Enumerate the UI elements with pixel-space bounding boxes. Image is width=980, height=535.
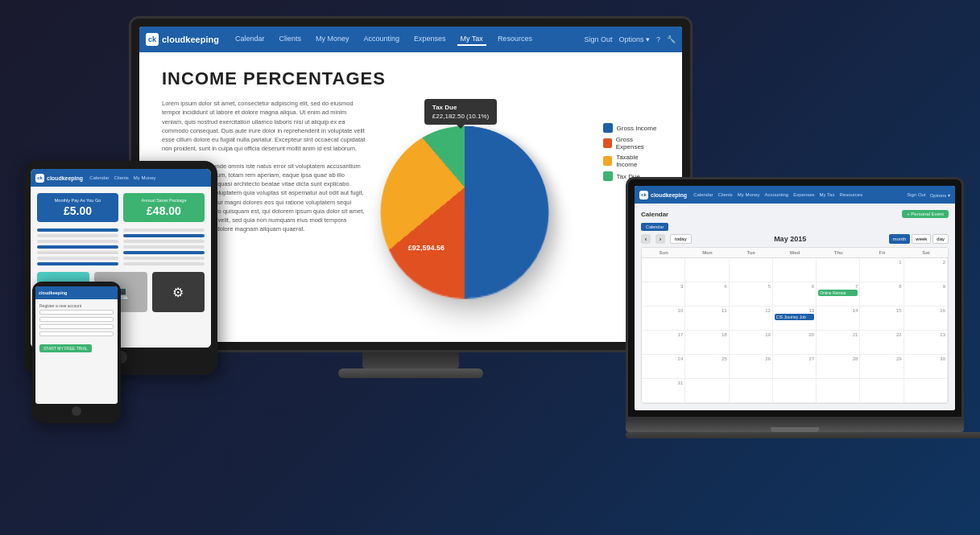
view-week-button[interactable]: week <box>912 234 931 244</box>
calendar-filter[interactable]: Calendar <box>641 223 668 231</box>
calendar-cell[interactable] <box>642 258 685 282</box>
view-day-button[interactable]: day <box>932 234 949 244</box>
nav-item-clients[interactable]: Clients <box>275 33 304 46</box>
chart-label-gross: £103,076.56 <box>547 147 587 155</box>
tooltip-value: £22,182.50 (10.1%) <box>432 113 489 120</box>
calendar-month-label: May 2015 <box>697 235 884 243</box>
legend-dot-taxdue <box>603 171 613 181</box>
calendar-cell[interactable]: 20 <box>773 331 817 355</box>
calendar-event[interactable]: Online Retreat <box>818 290 858 296</box>
calendar-cell[interactable]: 4 <box>685 282 729 307</box>
laptop-nav-accounting[interactable]: Accounting <box>765 192 789 197</box>
calendar-cell[interactable]: 11 <box>685 307 729 331</box>
calendar-cell[interactable] <box>860 379 904 403</box>
laptop-nav-mytax[interactable]: My Tax <box>820 192 835 197</box>
calendar-cell[interactable]: 2 <box>904 258 948 282</box>
nav-settings-icon[interactable]: 🔧 <box>667 35 676 43</box>
calendar-cell[interactable]: 8 <box>860 282 904 307</box>
chart-column: Tax Due £22,182.50 (10.1%) £103,076.56 £… <box>384 99 660 276</box>
nav-item-accounting[interactable]: Accounting <box>360 33 403 46</box>
legend-label-1: Gross Expenses <box>616 136 660 150</box>
calendar-cell[interactable] <box>817 258 860 282</box>
nav-item-mymoney[interactable]: My Money <box>312 33 353 46</box>
calendar-cell[interactable]: 17 <box>642 331 685 355</box>
calendar-event[interactable]: CIS Journey Job <box>775 314 814 320</box>
nav-help-icon[interactable]: ? <box>656 35 660 43</box>
calendar-cell[interactable]: 18 <box>685 331 729 355</box>
calendar-cell[interactable] <box>773 379 817 403</box>
calendar-cell[interactable]: 10 <box>642 307 685 331</box>
calendar-cell[interactable]: 19 <box>730 331 773 355</box>
tablet-list-col1 <box>37 228 118 265</box>
calendar-cell[interactable]: 22 <box>860 331 904 355</box>
view-month-button[interactable]: month <box>889 234 911 244</box>
calendar-cell[interactable] <box>730 258 773 282</box>
tablet-nav-clients[interactable]: Clients <box>114 175 128 180</box>
calendar-cell[interactable]: 7Online Retreat <box>817 282 860 307</box>
calendar-next-button[interactable]: › <box>655 234 665 244</box>
calendar-cell[interactable]: 13CIS Journey Job <box>773 307 817 331</box>
tablet-list <box>37 228 205 265</box>
tablet-nav-mymoney[interactable]: My Money <box>134 175 156 180</box>
laptop-nav-expenses[interactable]: Expenses <box>793 192 814 197</box>
calendar-cell[interactable]: 5 <box>730 282 773 307</box>
calendar-cell[interactable]: 28 <box>817 355 860 379</box>
nav-item-resources[interactable]: Resources <box>494 33 535 46</box>
tablet-nav: ck cloudkeeping Calendar Clients My Mone… <box>31 169 211 187</box>
calendar-cell[interactable]: 23 <box>904 331 948 355</box>
laptop-signout[interactable]: Sign Out <box>907 192 925 197</box>
calendar-cell[interactable]: 24 <box>642 355 685 379</box>
laptop-nav-clients[interactable]: Clients <box>717 192 732 197</box>
calendar-cell[interactable] <box>685 258 729 282</box>
calendar-view-buttons: month week day <box>889 234 949 244</box>
laptop-nav-calendar[interactable]: Calendar <box>693 192 713 197</box>
calendar-cell[interactable]: 6 <box>773 282 817 307</box>
calendar-cell[interactable]: 1 <box>860 258 904 282</box>
add-event-button[interactable]: + Personal Event <box>902 210 949 218</box>
nav-item-mytax[interactable]: My Tax <box>457 33 486 46</box>
calendar-cell[interactable]: 15 <box>860 307 904 331</box>
list-item <box>37 251 118 254</box>
calendar-cell[interactable] <box>685 379 729 403</box>
calendar-cell[interactable]: 3 <box>642 282 685 307</box>
phone-input-1[interactable] <box>39 310 114 315</box>
calendar-cell[interactable]: 29 <box>860 355 904 379</box>
calendar-cell[interactable]: 25 <box>685 355 729 379</box>
laptop-nav-mymoney[interactable]: My Money <box>738 192 760 197</box>
nav-item-expenses[interactable]: Expenses <box>411 33 449 46</box>
calendar-cell[interactable] <box>817 379 860 403</box>
calendar-cell[interactable]: 21 <box>817 331 860 355</box>
phone-input-3[interactable] <box>39 324 114 329</box>
nav-item-calendar[interactable]: Calendar <box>232 33 268 46</box>
laptop-nav-resources[interactable]: Resources <box>839 192 862 197</box>
calendar-cell[interactable]: 14 <box>817 307 860 331</box>
calendar-cell[interactable]: 12 <box>730 307 773 331</box>
phone-home-button[interactable] <box>72 406 81 416</box>
calendar-cell[interactable]: 31 <box>642 379 685 403</box>
calendar-cell[interactable]: 27 <box>773 355 817 379</box>
calendar-cell[interactable]: 26 <box>730 355 773 379</box>
phone-device: cloudkeeping Register a new account STAR… <box>32 282 121 423</box>
phone-cta-button[interactable]: START MY FREE TRIAL <box>39 344 92 352</box>
day-header-mon: Mon <box>685 248 729 257</box>
calendar-cell[interactable] <box>904 379 948 403</box>
calendar-cell[interactable]: 16 <box>904 307 948 331</box>
calendar-prev-button[interactable]: ‹ <box>641 234 651 244</box>
nav-signout[interactable]: Sign Out <box>584 35 612 43</box>
paragraph1: Lorem ipsum dolor sit amet, consectetur … <box>162 99 368 154</box>
day-header-sat: Sat <box>904 248 948 257</box>
laptop-options[interactable]: Options ▾ <box>930 192 950 198</box>
monitor-nav: ck cloudkeeping Calendar Clients My Mone… <box>139 27 682 52</box>
today-button[interactable]: today <box>670 234 692 244</box>
nav-options[interactable]: Options ▾ <box>618 35 650 43</box>
phone-input-2[interactable] <box>39 317 114 322</box>
tablet-nav-calendar[interactable]: Calendar <box>89 175 109 180</box>
phone-input-4[interactable] <box>39 331 114 336</box>
calendar-cell[interactable] <box>773 258 817 282</box>
calendar-cells: 1234567Online Retreat8910111213CIS Journ… <box>642 258 948 403</box>
calendar-cell[interactable] <box>730 379 773 403</box>
calendar-cell[interactable]: 9 <box>904 282 948 307</box>
laptop-calendar-content: Calendar + Personal Event Calendar ‹ › t… <box>635 204 955 410</box>
pricing-row: Monthly Pay As You Go £5.00 Annual Saver… <box>37 193 205 222</box>
calendar-cell[interactable]: 30 <box>904 355 948 379</box>
